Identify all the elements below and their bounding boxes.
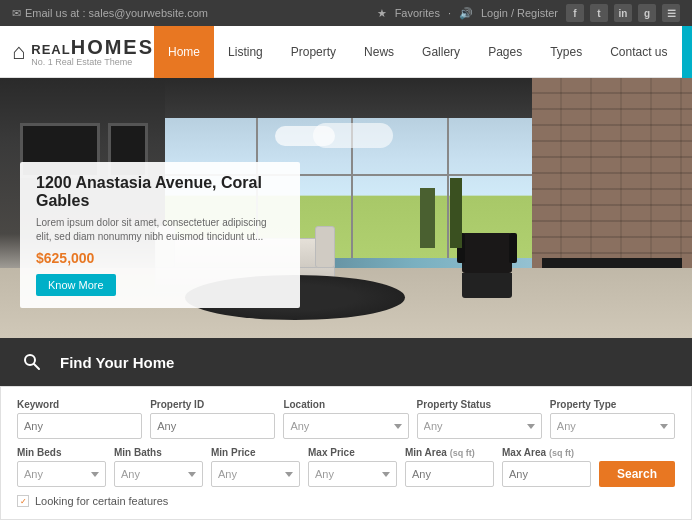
search-bar-title: Find Your Home [60,354,174,371]
property-type-group: Property Type Any [550,399,675,439]
hero-card: 1200 Anastasia Avenue, Coral Gables Lore… [20,162,300,308]
form-row-2: Min Beds Any Min Baths Any Min Price Any… [17,447,675,487]
min-beds-label: Min Beds [17,447,106,458]
nav-types[interactable]: Types [536,26,596,78]
max-price-group: Max Price Any [308,447,397,487]
social-icons: f t in g ☰ [566,4,680,22]
hero-section: 1200 Anastasia Avenue, Coral Gables Lore… [0,78,692,338]
nav-pages[interactable]: Pages [474,26,536,78]
logo-text: REAL HOMES No. 1 Real Estate Theme [31,37,154,67]
rss-icon[interactable]: ☰ [662,4,680,22]
property-type-select[interactable]: Any [550,413,675,439]
property-type-label: Property Type [550,399,675,410]
property-id-input[interactable] [150,413,275,439]
max-area-label: Max Area (sq ft) [502,447,591,458]
plant2 [450,178,462,248]
star-icon: ★ [377,7,387,20]
location-label: Location [283,399,408,410]
nav-property[interactable]: Property [277,26,350,78]
min-area-label: Min Area (sq ft) [405,447,494,458]
features-checkbox[interactable]: ✓ [17,495,29,507]
know-more-button[interactable]: Know More [36,274,116,296]
min-beds-group: Min Beds Any [17,447,106,487]
logo-real: REAL [31,42,70,57]
form-row-1: Keyword Property ID Location Any Propert… [17,399,675,439]
location-select[interactable]: Any [283,413,408,439]
separator: · [448,7,451,19]
property-status-label: Property Status [417,399,542,410]
property-status-group: Property Status Any [417,399,542,439]
twitter-icon[interactable]: t [590,4,608,22]
location-group: Location Any [283,399,408,439]
min-beds-select[interactable]: Any [17,461,106,487]
main-nav: Home Listing Property News Gallery Pages… [154,26,692,78]
property-status-select[interactable]: Any [417,413,542,439]
min-area-input[interactable] [405,461,494,487]
search-button[interactable]: Search [599,461,675,487]
keyword-label: Keyword [17,399,142,410]
max-area-group: Max Area (sq ft) [502,447,591,487]
logo-homes: HOMES [71,37,154,57]
min-area-group: Min Area (sq ft) [405,447,494,487]
nav-gallery[interactable]: Gallery [408,26,474,78]
min-price-select[interactable]: Any [211,461,300,487]
speaker-icon: 🔊 [459,7,473,20]
hero-card-title: 1200 Anastasia Avenue, Coral Gables [36,174,284,210]
hero-card-desc: Lorem ipsum dolor sit amet, consectetuer… [36,216,284,244]
nav-home[interactable]: Home [154,26,214,78]
keyword-group: Keyword [17,399,142,439]
max-price-label: Max Price [308,447,397,458]
features-row: ✓ Looking for certain features [17,495,675,507]
phone-button[interactable]: 📞 1-800-555-1234 [682,26,692,78]
header: ⌂ REAL HOMES No. 1 Real Estate Theme Hom… [0,26,692,78]
facebook-icon[interactable]: f [566,4,584,22]
search-icon [16,346,48,378]
logo: ⌂ REAL HOMES No. 1 Real Estate Theme [12,37,154,67]
property-id-label: Property ID [150,399,275,410]
top-bar-left: ✉ Email us at : sales@yourwebsite.com [12,7,208,20]
search-bar: Find Your Home [0,338,692,386]
search-btn-container: Search [599,447,675,487]
plant [420,188,435,248]
features-label: Looking for certain features [35,495,168,507]
favorites-link[interactable]: Favorites [395,7,440,19]
logo-sub: No. 1 Real Estate Theme [31,57,154,67]
email-icon: ✉ [12,7,21,20]
nav-contact[interactable]: Contact us [596,26,681,78]
googleplus-icon[interactable]: g [638,4,656,22]
hero-card-price: $625,000 [36,250,284,266]
top-bar-right: ★ Favorites · 🔊 Login / Register f t in … [377,4,680,22]
max-area-input[interactable] [502,461,591,487]
property-id-group: Property ID [150,399,275,439]
linkedin-icon[interactable]: in [614,4,632,22]
nav-news[interactable]: News [350,26,408,78]
min-price-label: Min Price [211,447,300,458]
max-price-select[interactable]: Any [308,461,397,487]
chair [457,233,517,298]
keyword-input[interactable] [17,413,142,439]
min-price-group: Min Price Any [211,447,300,487]
login-link[interactable]: Login / Register [481,7,558,19]
logo-house-icon: ⌂ [12,41,25,63]
search-form: Keyword Property ID Location Any Propert… [0,386,692,520]
svg-line-1 [34,364,39,369]
min-baths-group: Min Baths Any [114,447,203,487]
min-baths-select[interactable]: Any [114,461,203,487]
nav-listing[interactable]: Listing [214,26,277,78]
min-baths-label: Min Baths [114,447,203,458]
email-text: Email us at : sales@yourwebsite.com [25,7,208,19]
top-bar: ✉ Email us at : sales@yourwebsite.com ★ … [0,0,692,26]
